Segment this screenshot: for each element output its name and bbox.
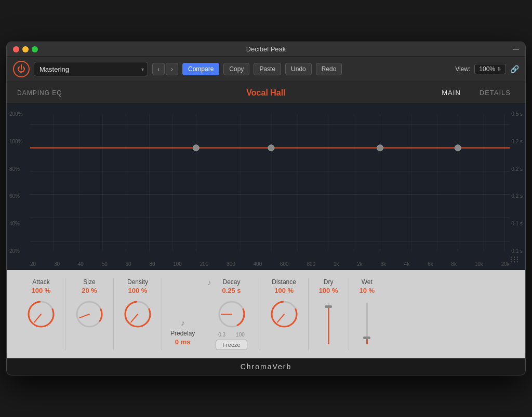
decay-label: Decay bbox=[222, 278, 240, 286]
freq-20k: 20k bbox=[501, 261, 510, 267]
freq-300: 300 bbox=[227, 261, 235, 267]
eq-grid-icon-container: ⁝⁝⁝ bbox=[510, 254, 519, 265]
title-dash: — bbox=[513, 46, 519, 53]
view-percent-control[interactable]: 100% ⇅ bbox=[474, 64, 506, 74]
svg-point-26 bbox=[268, 145, 274, 151]
plugin-name: ChromaVerb bbox=[241, 362, 292, 371]
distance-group: Distance 100 % bbox=[260, 278, 309, 350]
svg-point-27 bbox=[377, 145, 383, 151]
view-label: View: bbox=[455, 65, 470, 73]
svg-line-34 bbox=[79, 314, 89, 318]
freq-2k: 2k bbox=[357, 261, 363, 267]
wet-fader-handle[interactable] bbox=[363, 337, 370, 339]
dry-group: Dry 100 % bbox=[309, 278, 349, 350]
header-row: DAMPING EQ Vocal Hall MAIN DETAILS bbox=[7, 82, 525, 104]
freq-80: 80 bbox=[149, 261, 155, 267]
freq-8k: 8k bbox=[451, 261, 457, 267]
minimize-dot[interactable] bbox=[22, 46, 29, 52]
eq-graph-svg bbox=[7, 104, 525, 270]
paste-button[interactable]: Paste bbox=[254, 63, 281, 75]
dry-fader[interactable] bbox=[328, 303, 329, 344]
dry-fader-handle[interactable] bbox=[325, 305, 332, 308]
compare-button[interactable]: Compare bbox=[182, 63, 219, 75]
prev-button[interactable]: ‹ bbox=[152, 63, 165, 75]
preset-dropdown[interactable]: Mastering bbox=[34, 62, 148, 76]
window-title: Decibel Peak bbox=[246, 45, 286, 53]
freq-60: 60 bbox=[126, 261, 131, 267]
size-group: Size 20 % bbox=[65, 278, 114, 350]
distance-value: 100 % bbox=[274, 287, 294, 294]
maximize-dot[interactable] bbox=[32, 46, 38, 52]
window-controls bbox=[13, 46, 38, 52]
freq-400: 400 bbox=[254, 261, 262, 267]
tab-main[interactable]: MAIN bbox=[437, 87, 465, 99]
redo-button[interactable]: Redo bbox=[316, 63, 342, 75]
wet-fader-fill bbox=[366, 338, 368, 344]
freq-labels: 20 30 40 50 60 80 100 200 300 400 600 80… bbox=[30, 261, 510, 267]
title-bar: Decibel Peak — bbox=[7, 42, 525, 57]
freq-800: 800 bbox=[307, 261, 315, 267]
size-label: Size bbox=[83, 278, 95, 286]
predelay-group: ♪ Predelay 0 ms bbox=[162, 278, 203, 350]
decay-max-label: 100 bbox=[236, 332, 245, 338]
freq-4k: 4k bbox=[404, 261, 410, 267]
svg-line-31 bbox=[34, 314, 41, 322]
freq-3k: 3k bbox=[381, 261, 387, 267]
decay-sub-labels: 0.3 100 bbox=[218, 332, 245, 338]
dry-label: Dry bbox=[324, 278, 334, 286]
decay-note-icon: ♪ bbox=[207, 278, 211, 287]
density-value: 100 % bbox=[128, 287, 148, 294]
tab-details[interactable]: DETAILS bbox=[475, 87, 515, 99]
attack-label: Attack bbox=[32, 278, 49, 286]
eq-display[interactable]: 200% 100% 80% 60% 40% 20% 0.5 s 0.2 s 0.… bbox=[7, 104, 525, 270]
freq-10k: 10k bbox=[475, 261, 483, 267]
preset-dropdown-wrapper: Mastering ▾ bbox=[34, 62, 148, 76]
decay-value: 0.25 s bbox=[222, 287, 241, 294]
eq-grid-icon[interactable]: ⁝⁝⁝ bbox=[510, 254, 519, 265]
freq-20: 20 bbox=[30, 261, 36, 267]
predelay-note-icon: ♪ bbox=[181, 318, 185, 328]
decay-group: ♪ Decay 0.25 s 0.3 100 Freeze bbox=[203, 278, 260, 350]
freq-40: 40 bbox=[78, 261, 84, 267]
freq-1k: 1k bbox=[334, 261, 339, 267]
link-icon[interactable]: 🔗 bbox=[510, 65, 519, 73]
undo-button[interactable]: Undo bbox=[285, 63, 312, 75]
density-group: Density 100 % bbox=[114, 278, 162, 350]
view-tabs: MAIN DETAILS bbox=[391, 87, 515, 99]
controls-section: Attack 100 % Size 20 % bbox=[7, 270, 525, 358]
predelay-label: Predelay bbox=[170, 330, 195, 337]
freq-6k: 6k bbox=[428, 261, 433, 267]
attack-knob[interactable] bbox=[25, 299, 57, 330]
bottom-bar: ChromaVerb bbox=[7, 358, 525, 375]
view-percent-arrows-icon: ⇅ bbox=[497, 66, 501, 72]
close-dot[interactable] bbox=[13, 46, 19, 52]
wet-value: 10 % bbox=[360, 287, 375, 294]
density-knob[interactable] bbox=[122, 299, 153, 330]
predelay-value: 0 ms bbox=[175, 338, 191, 346]
size-knob[interactable] bbox=[74, 299, 105, 330]
attack-value: 100 % bbox=[32, 287, 51, 294]
freq-50: 50 bbox=[102, 261, 108, 267]
distance-knob[interactable] bbox=[269, 299, 300, 330]
density-label: Density bbox=[127, 278, 148, 286]
size-value: 20 % bbox=[82, 287, 97, 294]
view-percent-value: 100% bbox=[479, 65, 495, 73]
copy-button[interactable]: Copy bbox=[223, 63, 249, 75]
next-button[interactable]: › bbox=[166, 63, 178, 75]
freq-200: 200 bbox=[200, 261, 209, 267]
wet-label: Wet bbox=[362, 278, 373, 286]
freeze-button[interactable]: Freeze bbox=[216, 340, 247, 350]
dry-value: 100 % bbox=[319, 287, 338, 294]
attack-group: Attack 100 % bbox=[17, 278, 65, 350]
freq-100: 100 bbox=[173, 261, 182, 267]
wet-group: Wet 10 % bbox=[349, 278, 385, 350]
preset-name-display: Vocal Hall bbox=[142, 88, 391, 98]
power-button[interactable]: ⏻ bbox=[13, 61, 30, 77]
damping-eq-label: DAMPING EQ bbox=[17, 89, 142, 97]
title-bar-right: — bbox=[513, 46, 519, 53]
distance-label: Distance bbox=[272, 278, 296, 286]
view-control: View: 100% ⇅ 🔗 bbox=[455, 64, 519, 74]
decay-knob[interactable] bbox=[216, 299, 247, 330]
wet-fader[interactable] bbox=[366, 303, 368, 344]
toolbar: ⏻ Mastering ▾ ‹ › Compare Copy Paste Und… bbox=[7, 57, 525, 82]
